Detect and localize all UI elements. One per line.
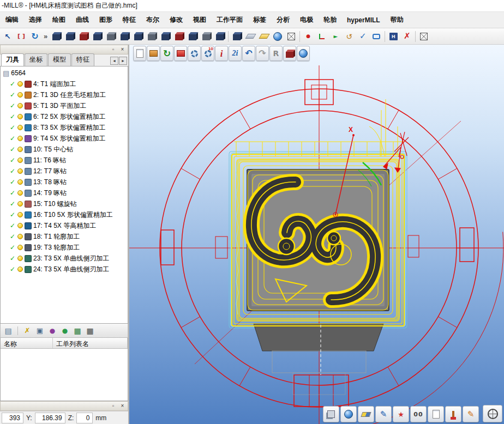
visibility-bulb-icon[interactable] [17, 179, 23, 185]
menu-item[interactable]: 绘图 [47, 13, 70, 27]
visibility-bulb-icon[interactable] [17, 168, 23, 174]
pen-icon[interactable]: ✎ [375, 406, 392, 422]
menu-item[interactable]: 修改 [165, 13, 188, 27]
viewport-3d[interactable]: X [129, 45, 504, 424]
triad-icon[interactable] [315, 30, 328, 43]
delete-job-icon[interactable]: ✗ [21, 325, 33, 336]
menu-item[interactable]: 电极 [295, 13, 318, 27]
solid-box-icon[interactable] [50, 30, 63, 43]
job-tree-item[interactable]: ✓ 9: T4 5X 形状偏置粗加工 [1, 133, 128, 144]
visibility-bulb-icon[interactable] [17, 245, 23, 250]
view-cube-icon[interactable] [417, 30, 430, 43]
redo-icon[interactable]: ↷ [256, 46, 269, 61]
mesh-icon[interactable] [285, 30, 298, 43]
close-panel-button[interactable]: × [118, 46, 127, 53]
menu-item[interactable]: 标签 [248, 13, 271, 27]
frame-counter[interactable]: 00 [410, 406, 427, 422]
menu-item[interactable]: 轮胎 [319, 13, 341, 27]
solid-mirror-icon[interactable] [186, 30, 199, 43]
wireframe-globe-button[interactable] [483, 405, 502, 422]
close-panel-button[interactable]: × [118, 402, 127, 410]
visibility-bulb-icon[interactable] [17, 136, 23, 141]
visibility-bulb-icon[interactable] [17, 223, 23, 228]
menu-item[interactable]: 工作平面 [212, 13, 248, 27]
pencil-icon[interactable]: ✎ [463, 406, 479, 422]
job-tree-item[interactable]: ✓ 8: T3 5X 形状偏置精加工 [1, 122, 128, 133]
page-turn-icon[interactable] [428, 406, 444, 422]
table-dark-icon[interactable]: ▦ [84, 325, 96, 336]
rename-icon[interactable]: R [269, 46, 283, 61]
batch-gear-icon[interactable]: 10 [201, 46, 214, 61]
visibility-bulb-icon[interactable] [17, 201, 23, 207]
visibility-bulb-icon[interactable] [17, 81, 23, 87]
table-green-icon[interactable]: ▦ [71, 325, 83, 336]
job-tree-item[interactable]: ✓ 12: T7 啄钻 [1, 166, 128, 177]
float-panel-button[interactable]: ▫ [109, 402, 117, 410]
browser-tab[interactable]: 刀具 [1, 53, 24, 66]
visibility-bulb-icon[interactable] [17, 158, 23, 163]
solid-fillet-icon[interactable] [118, 30, 131, 43]
comet-icon[interactable]: ★ [393, 406, 409, 422]
job-tree-item[interactable]: ✓ 19: T3 轮廓加工 [1, 242, 128, 253]
menu-item[interactable]: 选择 [24, 13, 47, 27]
surface-icon[interactable] [257, 30, 271, 43]
select-cursor-icon[interactable]: ↖ [1, 30, 14, 43]
job-tree-item[interactable]: ✓ 24: T3 5X 单曲线侧刃加工 [1, 264, 128, 275]
rotate-ccw-icon[interactable]: ↺ [343, 30, 356, 43]
visibility-bulb-icon[interactable] [17, 147, 23, 152]
open-model-icon[interactable] [147, 46, 160, 61]
job-tree-item[interactable]: ✓ 13: T8 啄钻 [1, 177, 128, 187]
workplane-icon[interactable] [244, 30, 257, 43]
visibility-bulb-icon[interactable] [17, 256, 23, 261]
new-job-list-icon[interactable] [133, 46, 146, 61]
job-tree-item[interactable]: ✓ 14: T9 啄钻 [1, 187, 128, 198]
browser-tab[interactable]: 特征 [71, 53, 94, 66]
browser-tab[interactable]: 坐标 [25, 53, 47, 66]
refresh-icon[interactable]: ↻ [28, 30, 41, 43]
visibility-bulb-icon[interactable] [17, 266, 23, 272]
visibility-bulb-icon[interactable] [17, 103, 23, 108]
confirm-check-icon[interactable]: ✓ [356, 30, 369, 43]
solid-copy-icon[interactable] [172, 30, 185, 43]
float-panel-button[interactable]: ▫ [109, 46, 117, 53]
column-name[interactable]: 名称 [1, 338, 53, 348]
tab-scroll-right[interactable]: ► [119, 57, 127, 65]
simulation-sphere-icon[interactable] [297, 46, 310, 61]
annotation-bubble-icon[interactable] [370, 30, 383, 43]
notes-icon[interactable]: ▤ [2, 325, 14, 336]
solid-union-icon[interactable] [63, 30, 76, 43]
menu-item[interactable]: 分析 [272, 13, 295, 27]
copy-job-icon[interactable]: ▣ [34, 325, 46, 336]
menu-item[interactable]: 编辑 [1, 13, 23, 27]
job-tree-item[interactable]: ✓ 5: T1 3D 平面加工 [1, 100, 128, 111]
job-tree-item[interactable]: ✓ 11: T6 啄钻 [1, 155, 128, 166]
eraser-icon[interactable] [358, 406, 374, 422]
job-tree-item[interactable]: ✓ 17: T4 5X 等高精加工 [1, 220, 128, 231]
job-table-body[interactable] [1, 349, 128, 401]
settings-gear-icon[interactable] [188, 46, 201, 61]
layers-icon[interactable] [323, 406, 339, 422]
solid-subtract-icon[interactable] [77, 30, 90, 43]
solid-shell-icon[interactable] [104, 30, 117, 43]
green-sphere-icon[interactable]: ● [59, 325, 71, 336]
menu-item[interactable]: hyperMILL [342, 14, 385, 27]
job-tree-item[interactable]: ✓ 6: T2 5X 形状偏置精加工 [1, 111, 128, 122]
info2-icon[interactable]: 2i [229, 46, 242, 61]
machine-model-icon[interactable] [174, 46, 187, 61]
visibility-bulb-icon[interactable] [17, 125, 23, 130]
save-icon[interactable]: H [387, 30, 400, 43]
visibility-bulb-icon[interactable] [17, 212, 23, 217]
tab-scroll-left[interactable]: ◄ [110, 57, 118, 65]
solid-scale-icon[interactable] [200, 30, 213, 43]
browser-tab[interactable]: 模型 [48, 53, 71, 66]
menu-item[interactable]: 曲线 [71, 13, 94, 27]
brush-icon[interactable] [445, 406, 461, 422]
solid-chamfer-icon[interactable] [131, 30, 145, 43]
menu-item[interactable]: 图形 [94, 13, 117, 27]
extrude-icon[interactable] [230, 30, 243, 43]
info-icon[interactable]: i [215, 46, 228, 61]
job-tree-item[interactable]: ✓ 16: T10 5X 形状偏置精加工 [1, 209, 128, 220]
point-icon[interactable]: ● [302, 30, 315, 43]
delete-icon[interactable]: ✗ [400, 30, 413, 43]
viewport-canvas[interactable]: X [129, 45, 504, 424]
